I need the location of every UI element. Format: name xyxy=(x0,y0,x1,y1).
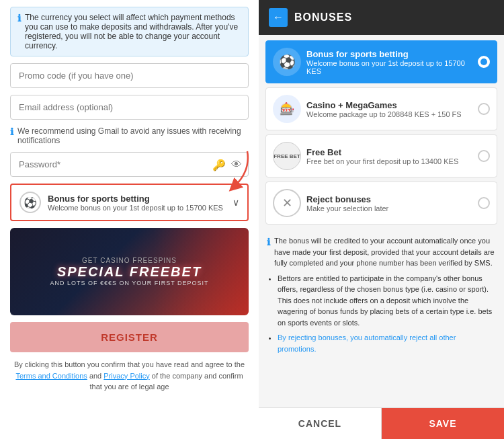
freebet-subtitle: Free bet on your first deposit up to 134… xyxy=(306,157,472,165)
bonus-selector-subtitle: Welcome bonus on your 1st deposit up to … xyxy=(48,204,226,212)
right-footer: CANCEL SAVE xyxy=(259,407,504,439)
bonus-info-section: ℹ The bonus will be credited to your acc… xyxy=(259,230,504,364)
bonus-item-freebet[interactable]: FREE BET Free Bet Free bet on your first… xyxy=(265,134,497,177)
bonus-list: ⚽ Bonus for sports betting Welcome bonus… xyxy=(259,35,504,230)
back-button[interactable]: ← xyxy=(269,8,288,27)
reject-icon: ✕ xyxy=(273,189,301,217)
privacy-link[interactable]: Privacy Policy xyxy=(103,372,149,380)
save-button[interactable]: SAVE xyxy=(382,408,504,439)
email-input[interactable] xyxy=(10,95,249,120)
bullet-1: Bettors are entitled to participate in t… xyxy=(278,273,496,329)
password-wrapper: 🔑 👁 xyxy=(10,152,249,177)
freebet-radio[interactable] xyxy=(478,150,490,162)
key-icon[interactable]: 🔑 xyxy=(212,158,226,171)
terms-link[interactable]: Terms and Conditions xyxy=(15,372,87,380)
casino-icon: 🎰 xyxy=(273,95,301,123)
bonus-item-casino[interactable]: 🎰 Casino + MegaGames Welcome package up … xyxy=(265,87,497,130)
password-icons: 🔑 👁 xyxy=(212,158,242,171)
reject-subtitle: Make your selection later xyxy=(306,204,472,212)
eye-icon[interactable]: 👁 xyxy=(231,158,242,171)
bonus-selector-icon: ⚽ xyxy=(19,192,41,213)
reject-title: Reject bonuses xyxy=(306,194,472,204)
currency-info-box: ℹ The currency you select will affect wh… xyxy=(10,7,249,56)
bonus-item-reject[interactable]: ✕ Reject bonuses Make your selection lat… xyxy=(265,182,497,225)
casino-title: Casino + MegaGames xyxy=(306,100,472,110)
cancel-button[interactable]: CANCEL xyxy=(259,408,382,439)
sports-icon: ⚽ xyxy=(273,48,301,76)
terms-text: By clicking this button you confirm that… xyxy=(10,359,249,393)
sports-subtitle: Welcome bonus on your 1st deposit up to … xyxy=(306,59,472,75)
bonus-selector-text: Bonus for sports betting Welcome bonus o… xyxy=(48,194,226,212)
gmail-note-text: We recommend using Gmail to avoid any is… xyxy=(17,126,249,145)
bonus-item-freebet-text: Free Bet Free bet on your first deposit … xyxy=(306,147,472,165)
bonus-selector-title: Bonus for sports betting xyxy=(48,194,226,204)
bonuses-title: BONUSES xyxy=(294,11,352,24)
reject-radio[interactable] xyxy=(478,197,490,209)
register-button[interactable]: REGISTER xyxy=(10,322,249,352)
info-icon: ℹ xyxy=(17,13,21,50)
bonus-selector[interactable]: ⚽ Bonus for sports betting Welcome bonus… xyxy=(10,184,249,221)
bullet-2: By rejecting bonuses, you automatically … xyxy=(278,332,496,354)
right-header: ← BONUSES xyxy=(259,0,504,35)
left-panel: ℹ The currency you select will affect wh… xyxy=(0,0,259,439)
casino-radio[interactable] xyxy=(478,103,490,115)
freebet-icon: FREE BET xyxy=(273,142,301,170)
gmail-note: ℹ We recommend using Gmail to avoid any … xyxy=(10,126,249,145)
bonus-item-sports-text: Bonus for sports betting Welcome bonus o… xyxy=(306,49,472,75)
promo-text2: SPECIAL FREEBET xyxy=(50,264,208,280)
bonus-item-reject-text: Reject bonuses Make your selection later xyxy=(306,194,472,212)
chevron-down-icon: ∨ xyxy=(233,197,239,208)
bonus-item-casino-text: Casino + MegaGames Welcome package up to… xyxy=(306,100,472,118)
info-paragraph: The bonus will be credited to your accou… xyxy=(274,235,496,269)
currency-info-text: The currency you select will affect whic… xyxy=(25,13,241,50)
promo-text1: GET CASINO FREESPINS xyxy=(50,257,208,264)
info-section-icon: ℹ xyxy=(267,235,270,269)
sports-radio[interactable] xyxy=(478,56,490,68)
promo-banner: GET CASINO FREESPINS SPECIAL FREEBET AND… xyxy=(10,228,249,315)
right-panel: ← BONUSES ⚽ Bonus for sports betting Wel… xyxy=(259,0,504,439)
casino-subtitle: Welcome package up to 208848 KES + 150 F… xyxy=(306,110,472,118)
gmail-info-icon: ℹ xyxy=(10,126,13,137)
promo-text3: AND LOTS OF €€€S ON YOUR FIRST DEPOSIT xyxy=(50,280,208,286)
freebet-title: Free Bet xyxy=(306,147,472,157)
sports-title: Bonus for sports betting xyxy=(306,49,472,59)
bonus-item-sports[interactable]: ⚽ Bonus for sports betting Welcome bonus… xyxy=(265,40,497,83)
promo-code-input[interactable] xyxy=(10,63,249,88)
